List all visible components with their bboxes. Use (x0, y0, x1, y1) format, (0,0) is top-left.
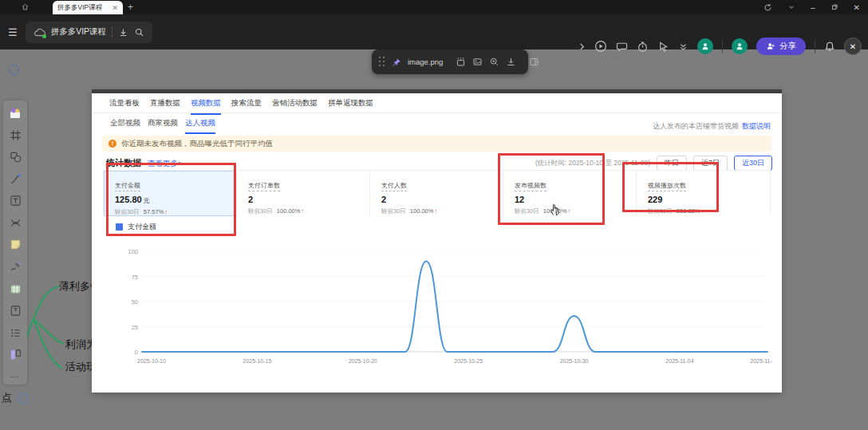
note-text: 达人发布的本店铺带货视频 (653, 122, 739, 130)
svg-text:2025-10-25: 2025-10-25 (454, 358, 483, 364)
warning-banner: ! 你近期未发布视频，商品曝光低于同行平均值 (102, 136, 771, 152)
more-tools-icon[interactable]: ⋯ (6, 369, 24, 385)
app-toolbar: ☰ 拼多多VIP课程 分享 (0, 14, 868, 49)
browser-tab[interactable]: 拼多多VIP课程 ✕ (53, 1, 123, 14)
collaborator-avatar-1[interactable] (697, 38, 713, 54)
search-icon[interactable] (134, 27, 144, 37)
shapes-icon[interactable] (6, 149, 24, 165)
share-button[interactable]: 分享 (756, 37, 806, 55)
subtab-merchant-videos[interactable]: 商家视频 (148, 118, 178, 134)
share-person-icon (766, 41, 775, 51)
svg-text:2025-10-10: 2025-10-10 (137, 358, 166, 364)
layout-position-icon[interactable] (456, 57, 466, 67)
svg-text:50: 50 (132, 298, 138, 306)
home-icon[interactable] (21, 0, 30, 14)
subtab-all-videos[interactable]: 全部视频 (110, 118, 140, 134)
stat-card-pay-users[interactable]: 支付人数 2 较前30日100.00%↑ (370, 171, 503, 216)
svg-text:0: 0 (135, 349, 138, 356)
svg-text:2025-11-08: 2025-11-08 (750, 358, 772, 364)
text-icon[interactable] (6, 193, 24, 209)
sticky-note-icon[interactable] (6, 237, 24, 253)
close-window-icon[interactable]: ✕ (854, 3, 860, 12)
connector-icon[interactable] (6, 172, 24, 187)
warning-icon: ! (108, 140, 116, 148)
svg-text:2025-10-20: 2025-10-20 (349, 358, 377, 364)
share-label: 分享 (779, 41, 796, 52)
replace-image-icon[interactable] (472, 57, 483, 67)
svg-text:25: 25 (132, 324, 138, 331)
hand-cursor (549, 203, 561, 219)
draw-pen-icon[interactable] (6, 259, 24, 275)
up-arrow-icon: ↑ (301, 207, 304, 215)
comment-icon[interactable] (616, 41, 628, 53)
up-arrow-icon: ↑ (434, 207, 437, 215)
svg-text:75: 75 (132, 274, 138, 281)
document-title: 拼多多VIP课程 (51, 26, 106, 37)
app-window: 拼多多VIP课程 ✕ + – ✕ ☰ 拼多多VIP课程 (0, 0, 868, 430)
new-tab-icon[interactable]: + (128, 2, 133, 13)
present-play-icon[interactable] (594, 40, 607, 53)
text-card-icon[interactable] (6, 303, 24, 319)
user-avatar[interactable]: ✕ (844, 37, 862, 55)
svg-text:2025-10-15: 2025-10-15 (243, 358, 271, 364)
svg-text:2025-11-04: 2025-11-04 (665, 358, 693, 364)
range-30d-button[interactable]: 近30日 (734, 156, 772, 171)
zoom-preview-icon[interactable] (489, 57, 499, 67)
collapse-chevrons-icon[interactable] (678, 41, 688, 52)
chevron-right-icon[interactable] (578, 42, 586, 51)
dashboard-subtabs: 全部视频 商家视频 达人视频 (110, 118, 215, 134)
data-explanation-link[interactable]: 数据说明 (742, 122, 771, 130)
annotation-rect-pay-amount (106, 163, 236, 236)
stat-card-pay-orders[interactable]: 支付订单数 2 较前30日100.00%↑ (237, 171, 370, 216)
help-badge-icon[interactable] (18, 393, 29, 404)
drag-handle-icon[interactable] (379, 57, 385, 67)
tab-close-icon[interactable]: ✕ (112, 4, 118, 12)
canvas-corner-label: 点 (2, 391, 12, 405)
image-context-toolbar: image.png (372, 49, 528, 74)
pay-amount-line-chart: 02550751002025-10-102025-10-152025-10-20… (101, 238, 772, 369)
list-icon[interactable] (6, 325, 24, 341)
browser-tab-title: 拼多多VIP课程 (57, 3, 108, 13)
annotation-rect-video-plays (622, 162, 719, 212)
timer-icon[interactable] (637, 41, 649, 53)
restore-icon[interactable] (831, 3, 838, 11)
minimize-icon[interactable]: – (811, 3, 815, 12)
sync-icon[interactable] (763, 3, 772, 12)
download-doc-icon[interactable] (118, 27, 128, 37)
document-chip[interactable]: 拼多多VIP课程 (26, 22, 152, 43)
warning-text: 你近期未发布视频，商品曝光低于同行平均值 (121, 139, 273, 149)
menu-icon[interactable]: ☰ (8, 26, 18, 38)
collaborator-avatar-2[interactable] (732, 38, 748, 54)
svg-text:100: 100 (128, 248, 138, 255)
dashboard-image: 流量看板 直播数据 视频数据 搜索流量 营销活动数据 拼单返现数据 全部视频 商… (92, 89, 782, 393)
frame-icon[interactable] (6, 128, 24, 144)
table-icon[interactable] (6, 281, 24, 297)
chevron-down-icon[interactable] (787, 3, 795, 11)
dashboard-top-strip (92, 89, 782, 93)
mindmap-icon[interactable] (6, 215, 24, 231)
pin-icon[interactable] (392, 57, 401, 67)
templates-icon[interactable] (6, 105, 24, 121)
svg-text:2025-10-30: 2025-10-30 (560, 358, 589, 364)
watermark-icon (9, 65, 19, 75)
image-filename: image.png (408, 57, 443, 66)
tool-sidebar: ⋯ (3, 101, 27, 385)
browser-titlebar: 拼多多VIP课程 ✕ + – ✕ (0, 0, 868, 14)
download-image-icon[interactable] (506, 57, 516, 67)
pointer-icon[interactable] (657, 41, 669, 53)
open-panel-icon[interactable] (529, 57, 539, 67)
subtab-influencer-videos[interactable]: 达人视频 (185, 118, 215, 134)
cloud-sync-icon (34, 27, 45, 37)
kanban-icon[interactable] (6, 347, 24, 363)
notifications-bell-icon[interactable] (824, 41, 835, 52)
